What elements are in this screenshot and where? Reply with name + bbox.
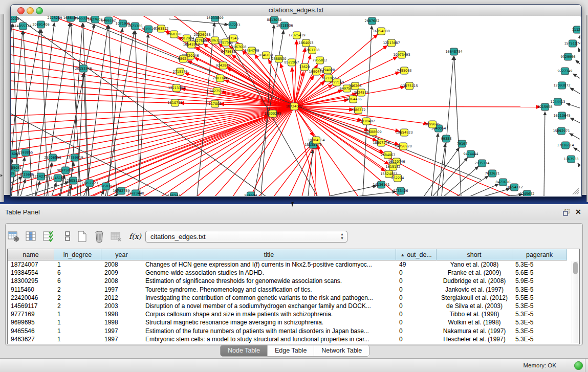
graph-node[interactable]: 1593855 (18, 149, 33, 156)
graph-node[interactable]: 2687682 (365, 17, 380, 25)
graph-node[interactable]: 19654923 (396, 129, 412, 136)
graph-node[interactable]: 10688609 (364, 128, 381, 136)
table-row[interactable]: 969969511998Structural magnetic resonanc… (8, 318, 571, 326)
graph-node[interactable]: 14055724 (14, 23, 31, 30)
graph-node[interactable]: 16033809 (206, 16, 223, 21)
graph-node[interactable]: 7163822 (154, 25, 169, 32)
graph-node-label: 97546 (228, 36, 239, 40)
table-row[interactable]: 1938455462009Genome-wide association stu… (8, 269, 571, 277)
column-header-year[interactable]: year (101, 249, 142, 260)
graph-node[interactable]: 13620 (299, 63, 310, 71)
graph-node[interactable]: 7857223 (226, 21, 241, 29)
graph-node[interactable]: 14136141 (373, 181, 389, 188)
graph-node[interactable]: 7632621 (485, 170, 500, 177)
graph-node[interactable]: 12093872 (553, 82, 570, 89)
graph-node[interactable]: 1167533 (564, 156, 579, 163)
table-row[interactable]: 2242004622012Investigating the contribut… (8, 294, 571, 302)
graph-node[interactable]: 97546 (228, 35, 239, 42)
graph-node[interactable]: 20891406 (32, 21, 49, 28)
graph-node[interactable]: 9329966 (561, 53, 576, 60)
float-panel-icon[interactable] (563, 209, 571, 216)
graph-node[interactable]: 6961758 (305, 47, 320, 54)
select-rows-icon[interactable] (42, 230, 56, 243)
graph-node[interactable]: 1864093 (299, 39, 314, 47)
graph-node[interactable]: 2718176 (173, 68, 188, 75)
tab-network-table[interactable]: Network Table (314, 345, 369, 356)
table-row[interactable]: 1456911722003Disruption of a novel membe… (8, 302, 571, 310)
table-cell: 0 (396, 286, 437, 294)
splitter-arrow-icon[interactable] (1, 174, 3, 177)
graph-node[interactable]: 8215958 (538, 103, 553, 111)
close-panel-icon[interactable]: ✕ (575, 208, 581, 216)
table-row[interactable]: 911546021997Tourette syndrome. Phenomeno… (8, 286, 571, 294)
graph-node-label: 19218506 (276, 24, 293, 28)
table-row[interactable]: 946554611997Estimation of the future num… (8, 327, 571, 335)
graph-node[interactable]: 20153346 (75, 65, 92, 72)
graph-node[interactable]: 8813054 (267, 16, 282, 24)
table-row[interactable]: 946362711997Embryonic stem cells: a mode… (8, 335, 571, 343)
graph-node[interactable]: 7955812 (313, 57, 328, 64)
graph-node[interactable]: 2935114 (475, 160, 490, 167)
window-titlebar[interactable]: citations_edges.txt (11, 5, 581, 16)
graph-node[interactable]: 17016514 (557, 142, 574, 149)
graph-node[interactable]: 15751074 (564, 40, 580, 47)
table-cell: 9465546 (8, 327, 54, 335)
function-icon[interactable]: f(x) (129, 232, 143, 245)
tab-edge-table[interactable]: Edge Table (268, 345, 314, 356)
graph-node[interactable]: 9474444 (464, 150, 478, 158)
graph-node[interactable]: 12213987 (383, 39, 400, 47)
graph-node[interactable]: 11126 (572, 26, 580, 33)
show-columns-icon[interactable] (25, 230, 39, 243)
graph-node[interactable]: 7386372 (351, 106, 366, 114)
graph-node[interactable]: 10958107 (97, 183, 114, 190)
graph-node[interactable]: 2125289 (48, 16, 62, 21)
resize-grip[interactable] (571, 187, 579, 195)
column-header-name[interactable]: name (8, 249, 54, 260)
scrollbar-thumb[interactable] (573, 262, 578, 274)
column-header-short[interactable]: short (437, 249, 512, 260)
table-settings-icon[interactable] (7, 230, 21, 243)
table-row[interactable]: 977716911998Corpus callosum shape and si… (8, 310, 571, 318)
table-selector-dropdown[interactable]: citations_edges.txt ▲▼ (145, 231, 347, 243)
graph-node[interactable]: 90975887 (57, 167, 74, 174)
graph-node[interactable]: 12505135 (64, 177, 81, 184)
column-header-title[interactable]: title (142, 249, 396, 260)
column-header-outde[interactable]: ▲out_de... (396, 249, 437, 260)
graph-node[interactable]: 1810755 (168, 99, 183, 106)
delete-trash-icon[interactable] (93, 230, 107, 243)
graph-node-label: 7163822 (154, 27, 169, 31)
table-row[interactable]: 1872400712008Changes of HCN gene express… (8, 260, 571, 269)
graph-node[interactable]: 12213384 (168, 84, 185, 92)
graph-node[interactable]: 19218506 (276, 22, 293, 29)
graph-node[interactable]: 16648784 (445, 48, 462, 55)
graph-node[interactable]: 924504 (245, 192, 257, 196)
table-scrollbar[interactable] (572, 261, 578, 343)
graph-node[interactable]: 12325419 (288, 32, 305, 39)
graph-node[interactable]: 16154808 (373, 28, 389, 35)
column-header-indegree[interactable]: in_degree (54, 249, 101, 260)
column-header-pagerank[interactable]: pagerank (512, 249, 567, 260)
tab-node-table[interactable]: Node Table (221, 345, 268, 356)
stacked-squares-icon[interactable] (61, 230, 76, 243)
graph-node[interactable]: 15692971 (553, 127, 570, 135)
graph-node[interactable]: 135244 (168, 192, 181, 196)
graph-node[interactable]: 16210645 (553, 112, 570, 119)
graph-node[interactable]: 8522057 (285, 59, 299, 66)
graph-node[interactable]: 9227349 (558, 68, 573, 75)
graph-node[interactable]: 79197 (457, 140, 468, 147)
graph-node[interactable]: 240218 (11, 16, 19, 23)
left-splitter[interactable] (0, 14, 4, 202)
graph-node[interactable]: 98924 (178, 55, 189, 62)
graph-node[interactable]: 6466162 (101, 17, 116, 24)
graph-node[interactable]: 99388 (441, 135, 452, 142)
table-row[interactable]: 1830029562008Estimation of significance … (8, 277, 571, 285)
graph-node[interactable]: 1244413 (551, 98, 565, 105)
graph-node[interactable]: 1145197 (51, 174, 66, 182)
network-canvas[interactable]: 2402181405572420891406212528916864041065… (11, 16, 580, 196)
graph-node[interactable]: 9245652 (520, 190, 535, 196)
graph-node[interactable]: 15720407 (358, 118, 375, 125)
graph-node[interactable]: 10654112 (506, 184, 522, 191)
new-file-icon[interactable] (76, 230, 90, 243)
graph-node[interactable]: 7485063 (397, 67, 412, 74)
graph-node[interactable]: 13975115 (401, 82, 418, 90)
